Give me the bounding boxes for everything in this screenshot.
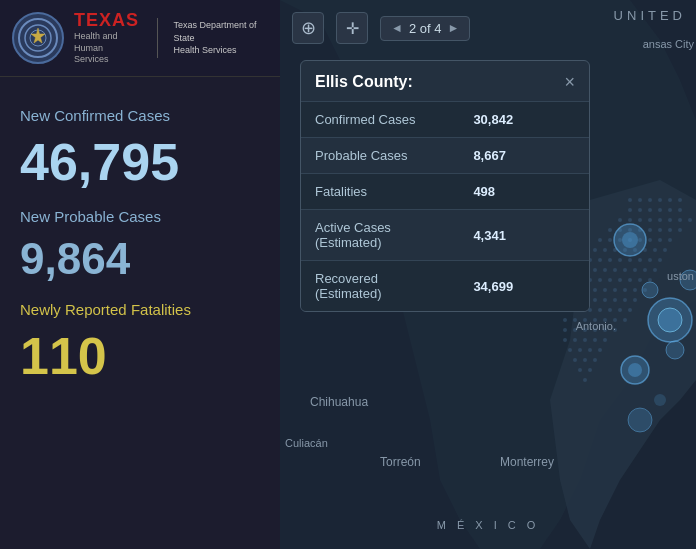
svg-point-125 — [628, 363, 642, 377]
svg-point-12 — [648, 208, 652, 212]
svg-point-70 — [638, 278, 642, 282]
svg-point-19 — [648, 218, 652, 222]
svg-point-105 — [603, 328, 607, 332]
svg-point-127 — [622, 232, 638, 248]
svg-point-132 — [628, 408, 652, 432]
svg-point-7 — [658, 198, 662, 202]
svg-point-110 — [593, 338, 597, 342]
svg-point-111 — [603, 338, 607, 342]
svg-point-5 — [638, 198, 642, 202]
probable-value: 9,864 — [20, 237, 260, 281]
svg-point-77 — [623, 288, 627, 292]
county-popup: Ellis County: × Confirmed Cases30,842Pro… — [300, 60, 590, 312]
texas-seal-icon — [23, 23, 53, 53]
svg-point-120 — [588, 368, 592, 372]
svg-point-96 — [583, 318, 587, 322]
map-toolbar: ⊕ ✛ ◄ 2 of 4 ► — [292, 12, 470, 44]
svg-point-18 — [638, 218, 642, 222]
svg-point-117 — [583, 358, 587, 362]
svg-point-15 — [678, 208, 682, 212]
svg-point-95 — [573, 318, 577, 322]
svg-point-116 — [573, 358, 577, 362]
svg-point-107 — [563, 338, 567, 342]
table-row: Confirmed Cases30,842 — [301, 102, 589, 138]
header-subtitle: Health and HumanServices — [74, 31, 141, 66]
svg-point-93 — [628, 308, 632, 312]
svg-point-118 — [593, 358, 597, 362]
svg-point-85 — [623, 298, 627, 302]
texas-title: TEXAS — [74, 10, 141, 31]
svg-point-53 — [638, 258, 642, 262]
row-label: Confirmed Cases — [301, 102, 459, 138]
svg-point-63 — [653, 268, 657, 272]
svg-point-40 — [593, 248, 597, 252]
svg-point-103 — [583, 328, 587, 332]
svg-point-22 — [678, 218, 682, 222]
svg-point-58 — [603, 268, 607, 272]
dept-text: Texas Department of StateHealth Services — [173, 19, 268, 57]
svg-point-23 — [688, 218, 692, 222]
zoom-icon: ⊕ — [301, 17, 316, 39]
svg-point-97 — [593, 318, 597, 322]
popup-header: Ellis County: × — [301, 61, 589, 101]
svg-point-128 — [642, 282, 658, 298]
svg-point-90 — [598, 308, 602, 312]
svg-point-33 — [608, 238, 612, 242]
logo-inner — [18, 18, 58, 58]
svg-point-28 — [648, 228, 652, 232]
svg-point-115 — [598, 348, 602, 352]
svg-point-130 — [666, 341, 684, 359]
svg-point-129 — [680, 270, 696, 290]
row-label: Active Cases (Estimated) — [301, 210, 459, 261]
prev-button[interactable]: ◄ — [391, 21, 403, 35]
svg-point-101 — [563, 328, 567, 332]
pan-button[interactable]: ✛ — [336, 12, 368, 44]
svg-point-60 — [623, 268, 627, 272]
svg-point-59 — [613, 268, 617, 272]
svg-point-83 — [603, 298, 607, 302]
confirmed-value: 46,795 — [20, 136, 260, 188]
svg-point-29 — [658, 228, 662, 232]
svg-point-4 — [628, 198, 632, 202]
svg-point-20 — [658, 218, 662, 222]
row-value: 4,341 — [459, 210, 589, 261]
svg-point-86 — [633, 298, 637, 302]
svg-point-108 — [573, 338, 577, 342]
svg-point-66 — [598, 278, 602, 282]
svg-point-123 — [658, 308, 682, 332]
next-button[interactable]: ► — [447, 21, 459, 35]
popup-table: Confirmed Cases30,842Probable Cases8,667… — [301, 101, 589, 311]
svg-point-104 — [593, 328, 597, 332]
svg-point-38 — [658, 238, 662, 242]
svg-point-98 — [603, 318, 607, 322]
popup-close-button[interactable]: × — [564, 73, 575, 91]
svg-point-37 — [648, 238, 652, 242]
logo-circle — [12, 12, 64, 64]
popup-title: Ellis County: — [315, 73, 413, 91]
svg-point-114 — [588, 348, 592, 352]
svg-point-55 — [658, 258, 662, 262]
svg-point-113 — [578, 348, 582, 352]
svg-point-41 — [603, 248, 607, 252]
svg-point-61 — [633, 268, 637, 272]
fatalities-label: Newly Reported Fatalities — [20, 301, 260, 318]
svg-point-69 — [628, 278, 632, 282]
svg-point-32 — [598, 238, 602, 242]
svg-point-46 — [653, 248, 657, 252]
zoom-button[interactable]: ⊕ — [292, 12, 324, 44]
svg-point-100 — [623, 318, 627, 322]
svg-point-131 — [654, 394, 666, 406]
svg-point-13 — [658, 208, 662, 212]
svg-point-9 — [678, 198, 682, 202]
row-value: 8,667 — [459, 138, 589, 174]
svg-point-30 — [668, 228, 672, 232]
svg-point-78 — [633, 288, 637, 292]
svg-point-112 — [568, 348, 572, 352]
table-row: Recovered (Estimated)34,699 — [301, 261, 589, 312]
svg-point-21 — [668, 218, 672, 222]
svg-point-67 — [608, 278, 612, 282]
table-row: Fatalities498 — [301, 174, 589, 210]
pagination-control[interactable]: ◄ 2 of 4 ► — [380, 16, 470, 41]
svg-point-106 — [613, 328, 617, 332]
svg-point-10 — [628, 208, 632, 212]
